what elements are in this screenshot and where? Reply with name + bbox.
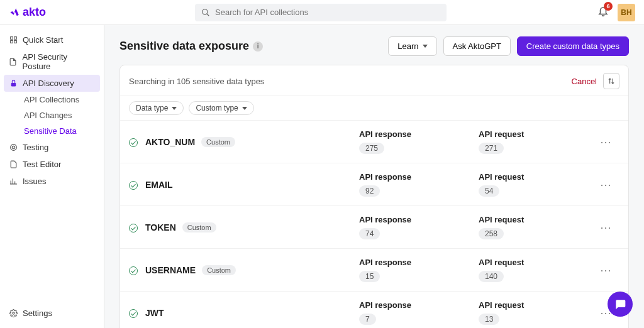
chart-icon [9, 177, 18, 186]
sidebar-item-label: API Discovery [23, 79, 74, 88]
notifications-button[interactable]: 6 [597, 6, 609, 19]
col-request-label: API request [479, 300, 541, 310]
info-icon[interactable]: i [253, 41, 263, 52]
svg-rect-1 [10, 37, 13, 40]
target-icon [9, 143, 18, 152]
response-count: 92 [359, 185, 380, 197]
sidebar-item-test-editor[interactable]: Test Editor [4, 156, 100, 173]
svg-point-7 [12, 146, 14, 148]
sidebar-item-label: Testing [23, 143, 48, 152]
logo-icon [9, 7, 20, 18]
sidebar-item-testing[interactable]: Testing [4, 139, 100, 156]
brand-text: akto [23, 6, 46, 19]
col-response-label: API response [359, 300, 422, 310]
filter-custom-type[interactable]: Custom type [189, 101, 253, 115]
filter-data-type[interactable]: Data type [129, 101, 184, 115]
table-row[interactable]: JWTAPI response7API request13⋯ [120, 292, 628, 328]
main-content: Sensitive data exposure i Learn Ask Akto… [104, 25, 644, 328]
sidebar-item-settings[interactable]: Settings [4, 305, 100, 322]
learn-button[interactable]: Learn [388, 36, 436, 56]
custom-tag: Custom [202, 265, 236, 275]
sidebar-sub-changes[interactable]: API Changes [4, 107, 100, 123]
status-check-icon [129, 222, 139, 232]
row-more-button[interactable]: ⋯ [598, 135, 613, 149]
svg-rect-5 [11, 83, 16, 86]
sort-button[interactable] [603, 73, 619, 89]
col-request-label: API request [479, 129, 541, 139]
sidebar-item-issues[interactable]: Issues [4, 173, 100, 190]
file-icon [9, 57, 17, 66]
lock-icon [9, 79, 18, 88]
svg-point-8 [12, 312, 14, 314]
ask-aktogpt-button[interactable]: Ask AktoGPT [443, 36, 511, 56]
request-count: 54 [479, 185, 499, 197]
sidebar-item-label: API Security Posture [22, 52, 95, 71]
sidebar-item-security-posture[interactable]: API Security Posture [4, 48, 100, 75]
chevron-down-icon [242, 107, 247, 110]
status-check-icon [129, 137, 139, 147]
data-panel: Cancel Data type Custom type AKTO_NUMCus… [119, 65, 629, 328]
col-request-label: API request [479, 215, 541, 224]
response-count: 7 [359, 314, 376, 325]
custom-tag: Custom [201, 137, 235, 147]
search-icon [201, 8, 210, 17]
col-response-label: API response [359, 129, 422, 139]
chevron-down-icon [172, 107, 177, 110]
sidebar-item-label: Test Editor [23, 160, 61, 169]
svg-point-0 [203, 9, 208, 14]
chat-fab[interactable] [608, 292, 633, 317]
col-request-label: API request [479, 172, 541, 182]
row-more-button[interactable]: ⋯ [598, 263, 613, 277]
table-row[interactable]: AKTO_NUMCustomAPI response275API request… [120, 121, 628, 163]
sidebar-item-api-discovery[interactable]: API Discovery [4, 75, 100, 92]
topbar: akto 6 BH [0, 0, 644, 25]
grid-icon [9, 36, 18, 45]
row-name: AKTO_NUM [145, 137, 195, 147]
status-check-icon [129, 180, 139, 190]
cancel-link[interactable]: Cancel [572, 77, 597, 86]
row-more-button[interactable]: ⋯ [598, 221, 613, 234]
brand-logo[interactable]: akto [9, 6, 46, 19]
sidebar-sub-collections[interactable]: API Collections [4, 92, 100, 107]
table-row[interactable]: USERNAMECustomAPI response15API request1… [120, 249, 628, 292]
response-count: 15 [359, 271, 380, 282]
col-request-label: API request [479, 258, 541, 267]
panel-search-input[interactable] [129, 77, 572, 86]
request-count: 13 [479, 314, 499, 325]
sidebar-item-quick-start[interactable]: Quick Start [4, 31, 100, 48]
sidebar-item-label: Settings [23, 309, 52, 318]
svg-rect-2 [14, 37, 16, 40]
create-data-types-button[interactable]: Create custom data types [517, 36, 629, 56]
sort-icon [607, 77, 616, 85]
request-count: 258 [479, 228, 504, 239]
document-icon [9, 160, 18, 169]
chat-icon [614, 298, 626, 310]
response-count: 74 [359, 228, 380, 239]
gear-icon [9, 309, 18, 318]
status-check-icon [129, 308, 139, 318]
status-check-icon [129, 265, 139, 275]
notification-count: 6 [604, 2, 613, 11]
request-count: 271 [479, 143, 504, 154]
svg-rect-3 [10, 41, 13, 43]
row-more-button[interactable]: ⋯ [598, 178, 613, 192]
table-row[interactable]: TOKENCustomAPI response74API request258⋯ [120, 206, 628, 249]
global-search[interactable] [195, 4, 447, 21]
col-response-label: API response [359, 258, 422, 267]
svg-point-6 [10, 145, 16, 151]
search-input[interactable] [215, 8, 440, 17]
sidebar-item-label: Quick Start [23, 35, 63, 45]
sidebar-sub-sensitive[interactable]: Sensitive Data [4, 123, 100, 139]
request-count: 140 [479, 271, 504, 282]
custom-tag: Custom [182, 222, 216, 232]
table-row[interactable]: EMAILAPI response92API request54⋯ [120, 163, 628, 206]
col-response-label: API response [359, 172, 422, 182]
avatar[interactable]: BH [618, 4, 635, 21]
row-name: TOKEN [145, 222, 176, 232]
page-title: Sensitive data exposure i [119, 40, 263, 53]
chevron-down-icon [423, 45, 428, 48]
row-name: JWT [145, 308, 164, 318]
row-name: EMAIL [145, 180, 173, 190]
sidebar-item-label: Issues [23, 177, 47, 186]
svg-rect-4 [14, 41, 16, 43]
